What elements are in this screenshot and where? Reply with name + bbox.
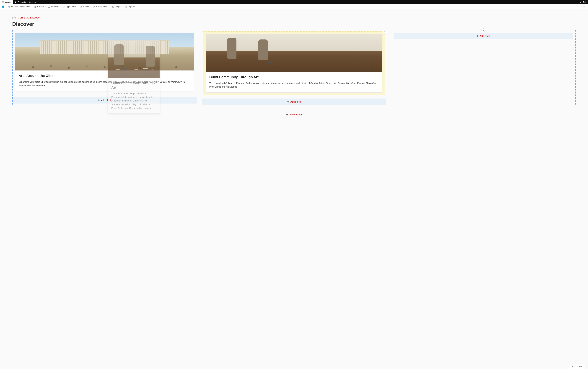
layout-builder-canvas: ✕ Configure Discover Discover Arts Aroun… — [0, 9, 588, 126]
card-text: Expanding your artistic horizons through… — [19, 80, 191, 87]
submenu-appearance-label: Appearance — [66, 6, 76, 8]
toolbar-admin[interactable]: admin — [27, 0, 39, 4]
bar-chart-icon — [125, 6, 127, 8]
add-block-col1[interactable]: ✚ Add block — [12, 97, 197, 103]
configure-section-link[interactable]: Configure Discover — [18, 16, 41, 19]
add-block-link[interactable]: Add block — [480, 35, 490, 37]
add-section-placeholder[interactable]: ✚ Add section — [12, 110, 576, 118]
people-icon — [112, 6, 114, 8]
hierarchy-icon — [48, 6, 50, 8]
submenu-content-label: Content — [37, 6, 44, 8]
submenu-bar: Multisite management Content Structure A… — [0, 4, 588, 9]
pencil-icon — [483, 30, 484, 31]
add-block-link[interactable]: Add block — [101, 99, 111, 102]
admin-toolbar: Manage Shortcuts admin Edit — [0, 0, 588, 4]
submenu-people-label: People — [115, 6, 121, 8]
submenu-multisite[interactable]: Multisite management — [6, 4, 32, 9]
pencil-icon — [580, 1, 582, 3]
submenu-configuration-label: Configuration — [96, 6, 108, 8]
submenu-collapse-button[interactable]: |← — [583, 4, 588, 9]
toolbar-edit-label: Edit — [583, 1, 587, 3]
toolbar-manage-label: Manage — [5, 1, 11, 3]
card-title: Arts Around the Globe — [19, 74, 191, 78]
pencil-icon — [384, 31, 385, 33]
puzzle-icon — [80, 6, 82, 8]
add-section-link[interactable]: Add section — [290, 113, 302, 116]
layout-column-1[interactable]: Arts Around the Globe Expanding your art… — [12, 30, 197, 105]
submenu-people[interactable]: People — [110, 4, 123, 9]
plus-icon: ✚ — [287, 100, 289, 103]
remove-section-button[interactable]: ✕ — [12, 16, 16, 20]
add-block-link[interactable]: Add block — [291, 100, 301, 103]
submenu-reports-label: Reports — [128, 6, 135, 8]
edit-region-button[interactable] — [482, 28, 485, 32]
layout-columns: Arts Around the Globe Expanding your art… — [8, 30, 580, 105]
toolbar-edit[interactable]: Edit — [578, 0, 588, 4]
user-icon — [29, 1, 31, 3]
section-placeholder-top[interactable] — [12, 9, 576, 12]
wand-icon — [63, 6, 65, 8]
card-title: Build Community Through Art — [209, 75, 379, 79]
layout-column-2[interactable]: Build Community Through Art The Hixon-Li… — [202, 30, 386, 105]
edit-block-button[interactable] — [383, 30, 386, 34]
card-image-arts-globe — [15, 33, 194, 71]
star-icon — [15, 1, 17, 3]
plus-icon: ✚ — [286, 113, 288, 116]
close-icon: ✕ — [13, 17, 15, 19]
layout-section: ✕ Configure Discover Discover Arts Aroun… — [8, 14, 580, 109]
toolbar-shortcuts-label: Shortcuts — [18, 1, 26, 3]
add-block-col2[interactable]: ✚ Add block — [202, 99, 386, 105]
toolbar-admin-label: admin — [32, 1, 37, 3]
submenu-structure-label: Structure — [51, 6, 59, 8]
card-image-community — [206, 34, 382, 72]
collapse-arrow-icon: |← — [584, 5, 587, 8]
submenu-configuration[interactable]: Configuration — [91, 4, 110, 9]
submenu-multisite-label: Multisite management — [11, 6, 30, 8]
plus-icon: ✚ — [98, 99, 100, 102]
document-icon — [34, 6, 36, 8]
card-text: The Hixon-Lied College of Fine and Perfo… — [209, 82, 379, 89]
submenu-appearance[interactable]: Appearance — [61, 4, 78, 9]
submenu-extend[interactable]: Extend — [78, 4, 91, 9]
stack-icon — [8, 6, 10, 8]
add-block-col3[interactable]: ✚ Add block — [394, 33, 573, 39]
toolbar-shortcuts[interactable]: Shortcuts — [13, 0, 27, 4]
druplicon-logo[interactable] — [0, 4, 6, 9]
hamburger-icon — [1, 1, 4, 3]
card-community[interactable]: Build Community Through Art The Hixon-Li… — [206, 34, 382, 92]
toolbar-manage[interactable]: Manage — [0, 0, 13, 4]
card-arts-globe: Arts Around the Globe Expanding your art… — [15, 33, 194, 91]
submenu-reports[interactable]: Reports — [123, 4, 137, 9]
section-header: ✕ Configure Discover — [8, 14, 580, 21]
page-title: Discover — [8, 21, 580, 30]
drop-target-region[interactable]: Build Community Through Art The Hixon-Li… — [203, 31, 385, 95]
wrench-icon — [93, 6, 95, 8]
submenu-structure[interactable]: Structure — [46, 4, 61, 9]
submenu-content[interactable]: Content — [32, 4, 46, 9]
layout-column-3[interactable]: ✚ Add block — [391, 30, 576, 105]
submenu-extend-label: Extend — [83, 6, 89, 8]
plus-icon: ✚ — [477, 35, 479, 37]
